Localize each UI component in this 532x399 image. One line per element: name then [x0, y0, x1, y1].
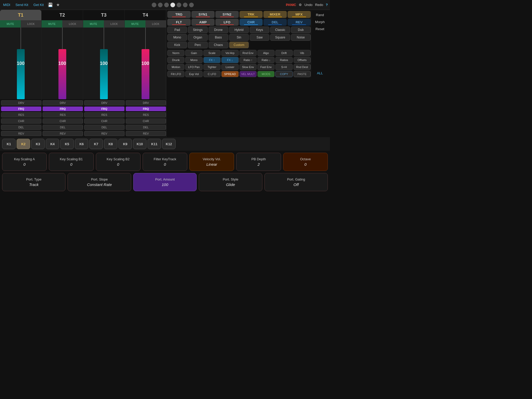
param-octave[interactable]: Octave 0: [283, 153, 328, 171]
track-t4-drv[interactable]: DRV: [126, 100, 166, 105]
track-t3-res[interactable]: RES: [84, 112, 124, 117]
track-t4-mute[interactable]: MUTE: [125, 20, 145, 28]
track-t1-mute[interactable]: MUTE: [0, 20, 21, 28]
track-t3-frq[interactable]: FRQ: [84, 107, 124, 111]
k-key-k7[interactable]: K7: [89, 139, 103, 149]
mod-scale[interactable]: Scale: [203, 50, 221, 56]
k-key-k6[interactable]: K6: [75, 139, 88, 149]
k-key-k2[interactable]: K2: [17, 139, 30, 149]
track-t3-mute[interactable]: MUTE: [83, 20, 104, 28]
sound-saw[interactable]: Saw: [250, 34, 269, 41]
param-port-amount[interactable]: Port. Amount 100: [133, 173, 197, 191]
tab-amp[interactable]: AMP: [191, 19, 215, 26]
k-key-k11[interactable]: K11: [148, 139, 161, 149]
mod-offsets[interactable]: Offsets: [294, 57, 311, 63]
track-t2-res[interactable]: RES: [43, 112, 83, 117]
mod-ratio-down[interactable]: Ratio ↓: [257, 57, 275, 63]
sound-perc[interactable]: Perc: [188, 42, 208, 48]
mod-ratio-up[interactable]: Ratio ↑: [240, 57, 257, 63]
track-t4-res[interactable]: RES: [126, 112, 166, 117]
param-port-type[interactable]: Port. Type Track: [2, 173, 65, 191]
star-icon[interactable]: ★: [56, 2, 60, 7]
tab-lfo[interactable]: LFO: [215, 19, 239, 26]
reset-button[interactable]: Reset: [312, 26, 328, 32]
sound-square[interactable]: Square: [270, 34, 290, 41]
tab-mixer[interactable]: MIXER: [263, 11, 287, 18]
get-kit-button[interactable]: Get Kit: [32, 2, 45, 7]
track-t4-fader-area[interactable]: 100: [125, 28, 166, 99]
mod-fx-up[interactable]: FX ↑: [203, 57, 221, 63]
track-t2-drv[interactable]: DRV: [43, 100, 83, 105]
k-key-k8[interactable]: K8: [104, 139, 117, 149]
track-t4-frq[interactable]: FRQ: [126, 107, 166, 111]
mod-gain[interactable]: Gain: [185, 50, 202, 56]
param-key-scaling-a[interactable]: Key Scaling A 0: [2, 153, 47, 171]
mod-c-lfo[interactable]: C LFO: [203, 71, 221, 77]
sound-keys[interactable]: Keys: [250, 26, 269, 33]
mod-fast-env[interactable]: Fast Env: [257, 64, 275, 70]
mod-rnd-env[interactable]: Rnd Env: [240, 50, 257, 56]
redo-button[interactable]: Redo: [315, 3, 323, 7]
dot-0[interactable]: [152, 3, 156, 7]
param-key-scaling-b2[interactable]: Key Scaling B2 0: [96, 153, 141, 171]
mod-copy[interactable]: COPY: [275, 71, 292, 77]
mod-tighter[interactable]: Tighter: [203, 64, 221, 70]
track-t1-lock[interactable]: LOCK: [21, 20, 42, 28]
k-key-k5[interactable]: K5: [60, 139, 74, 149]
k-key-k3[interactable]: K3: [31, 139, 45, 149]
save-icon[interactable]: 💾: [48, 2, 53, 7]
k-key-k10[interactable]: K10: [133, 139, 147, 149]
mod-exp-vol[interactable]: Exp Vol: [185, 71, 202, 77]
mod-filt-lfo[interactable]: Filt LFO: [167, 71, 184, 77]
midi-button[interactable]: MIDI: [2, 2, 11, 7]
track-t4-lock[interactable]: LOCK: [145, 20, 166, 28]
tab-flt[interactable]: FLT: [167, 19, 191, 26]
mod-vol-arp[interactable]: Vol Arp: [221, 50, 238, 56]
rand-button[interactable]: Rand: [312, 12, 328, 18]
dot-1[interactable]: [158, 3, 163, 7]
param-port-slope[interactable]: Port. Slope Constant Rate: [68, 173, 131, 191]
tab-syn1[interactable]: SYN1: [191, 11, 215, 18]
mod-motion[interactable]: Motion: [167, 64, 184, 70]
track-t4-rev[interactable]: REV: [126, 131, 166, 136]
track-t3-del[interactable]: DEL: [84, 125, 124, 130]
sound-kick[interactable]: Kick: [167, 42, 187, 48]
dot-4[interactable]: [177, 3, 181, 7]
sound-dub[interactable]: Dub: [291, 26, 311, 33]
track-t1-chr[interactable]: CHR: [1, 118, 41, 124]
mod-norm[interactable]: Norm: [167, 50, 184, 56]
settings-button[interactable]: ⚙: [299, 3, 302, 7]
param-pb-depth[interactable]: PB Depth 2: [236, 153, 281, 171]
mod-vel-mult[interactable]: VEL MULT: [240, 71, 257, 77]
tab-trk[interactable]: TRK: [240, 11, 263, 18]
param-velocity-vol[interactable]: Velocity Vol. Linear: [189, 153, 234, 171]
track-t3-rev[interactable]: REV: [84, 131, 124, 136]
mod-drift[interactable]: Drift: [275, 50, 292, 56]
sound-chaos[interactable]: Chaos: [209, 42, 228, 48]
sound-strings[interactable]: Strings: [188, 26, 208, 33]
track-t3-lock[interactable]: LOCK: [104, 20, 125, 28]
track-t1-drv[interactable]: DRV: [1, 100, 41, 105]
help-button[interactable]: ?: [326, 3, 328, 7]
morph-button[interactable]: Morph: [312, 19, 328, 25]
mod-mono[interactable]: Mono: [185, 57, 202, 63]
track-t2-rev[interactable]: REV: [43, 131, 83, 136]
sound-mono[interactable]: Mono: [167, 34, 187, 41]
tab-trg[interactable]: TRG: [167, 11, 191, 18]
tab-syn2[interactable]: SYN2: [215, 11, 239, 18]
track-t3-fader-area[interactable]: 100: [83, 28, 124, 99]
track-t4-header[interactable]: T4: [125, 10, 166, 20]
send-kit-button[interactable]: Send Kit: [14, 2, 29, 7]
track-t3-drv[interactable]: DRV: [84, 100, 124, 105]
sound-drone[interactable]: Drone: [209, 26, 228, 33]
track-t4-del[interactable]: DEL: [126, 125, 166, 130]
mod-ratios[interactable]: Ratios: [275, 57, 292, 63]
k-key-k9[interactable]: K9: [118, 139, 132, 149]
sound-noise[interactable]: Noise: [291, 34, 311, 41]
dot-6[interactable]: [189, 3, 194, 7]
sound-custom[interactable]: Custom: [229, 42, 249, 48]
mod-slow-env[interactable]: Slow Env: [240, 64, 257, 70]
track-t2-frq[interactable]: FRQ: [43, 107, 83, 111]
mod-algo[interactable]: Algo: [257, 50, 275, 56]
mod-fx-down[interactable]: FX ↓: [221, 57, 238, 63]
